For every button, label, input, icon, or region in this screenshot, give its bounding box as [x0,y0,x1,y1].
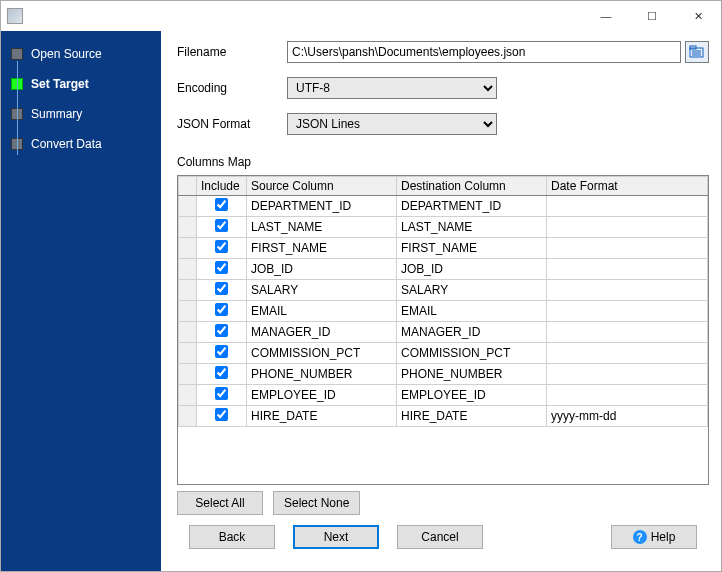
col-header-include[interactable]: Include [197,177,247,196]
cell-date-format[interactable]: yyyy-mm-dd [547,406,708,427]
row-header[interactable] [179,406,197,427]
row-header[interactable] [179,364,197,385]
col-header-destination[interactable]: Destination Column [397,177,547,196]
row-header[interactable] [179,385,197,406]
row-header[interactable] [179,196,197,217]
table-row[interactable]: HIRE_DATEHIRE_DATEyyyy-mm-dd [179,406,708,427]
cell-source[interactable]: PHONE_NUMBER [247,364,397,385]
table-row[interactable]: DEPARTMENT_IDDEPARTMENT_ID [179,196,708,217]
include-checkbox[interactable] [215,219,228,232]
cell-date-format[interactable] [547,301,708,322]
cell-source[interactable]: MANAGER_ID [247,322,397,343]
cell-source[interactable]: FIRST_NAME [247,238,397,259]
cell-destination[interactable]: FIRST_NAME [397,238,547,259]
select-none-button[interactable]: Select None [273,491,360,515]
sidebar-step-open-source[interactable]: Open Source [1,39,161,69]
cell-date-format[interactable] [547,238,708,259]
sidebar-step-set-target[interactable]: Set Target [1,69,161,99]
row-header[interactable] [179,217,197,238]
include-checkbox[interactable] [215,303,228,316]
row-header[interactable] [179,259,197,280]
cell-source[interactable]: EMPLOYEE_ID [247,385,397,406]
table-row[interactable]: PHONE_NUMBERPHONE_NUMBER [179,364,708,385]
table-row[interactable]: COMMISSION_PCTCOMMISSION_PCT [179,343,708,364]
cell-destination[interactable]: JOB_ID [397,259,547,280]
cell-date-format[interactable] [547,196,708,217]
cell-include[interactable] [197,238,247,259]
cancel-button[interactable]: Cancel [397,525,483,549]
cell-source[interactable]: DEPARTMENT_ID [247,196,397,217]
cell-date-format[interactable] [547,364,708,385]
include-checkbox[interactable] [215,324,228,337]
close-button[interactable]: ✕ [675,1,721,31]
select-all-button[interactable]: Select All [177,491,263,515]
row-header[interactable] [179,322,197,343]
cell-include[interactable] [197,406,247,427]
include-checkbox[interactable] [215,261,228,274]
cell-destination[interactable]: MANAGER_ID [397,322,547,343]
include-checkbox[interactable] [215,198,228,211]
row-header[interactable] [179,238,197,259]
row-header[interactable] [179,280,197,301]
cell-include[interactable] [197,217,247,238]
table-row[interactable]: JOB_IDJOB_ID [179,259,708,280]
help-button[interactable]: ? Help [611,525,697,549]
cell-destination[interactable]: PHONE_NUMBER [397,364,547,385]
next-button[interactable]: Next [293,525,379,549]
maximize-button[interactable]: ☐ [629,1,675,31]
cell-source[interactable]: HIRE_DATE [247,406,397,427]
cell-destination[interactable]: HIRE_DATE [397,406,547,427]
row-header[interactable] [179,343,197,364]
col-header-date-format[interactable]: Date Format [547,177,708,196]
cell-date-format[interactable] [547,385,708,406]
cell-destination[interactable]: DEPARTMENT_ID [397,196,547,217]
columns-map-table[interactable]: Include Source Column Destination Column… [178,176,708,427]
cell-include[interactable] [197,301,247,322]
minimize-button[interactable]: — [583,1,629,31]
filename-input[interactable] [287,41,681,63]
json-format-select[interactable]: JSON Lines [287,113,497,135]
row-header[interactable] [179,301,197,322]
cell-destination[interactable]: SALARY [397,280,547,301]
cell-include[interactable] [197,259,247,280]
table-row[interactable]: LAST_NAMELAST_NAME [179,217,708,238]
cell-source[interactable]: SALARY [247,280,397,301]
cell-source[interactable]: EMAIL [247,301,397,322]
cell-source[interactable]: LAST_NAME [247,217,397,238]
cell-include[interactable] [197,196,247,217]
columns-map-label: Columns Map [177,155,709,169]
col-header-source[interactable]: Source Column [247,177,397,196]
cell-source[interactable]: JOB_ID [247,259,397,280]
cell-include[interactable] [197,280,247,301]
cell-include[interactable] [197,385,247,406]
cell-include[interactable] [197,364,247,385]
back-button[interactable]: Back [189,525,275,549]
include-checkbox[interactable] [215,366,228,379]
cell-include[interactable] [197,322,247,343]
include-checkbox[interactable] [215,282,228,295]
cell-date-format[interactable] [547,280,708,301]
include-checkbox[interactable] [215,387,228,400]
cell-destination[interactable]: EMAIL [397,301,547,322]
table-row[interactable]: FIRST_NAMEFIRST_NAME [179,238,708,259]
browse-button[interactable] [685,41,709,63]
encoding-select[interactable]: UTF-8 [287,77,497,99]
include-checkbox[interactable] [215,345,228,358]
table-row[interactable]: EMAILEMAIL [179,301,708,322]
table-row[interactable]: SALARYSALARY [179,280,708,301]
cell-source[interactable]: COMMISSION_PCT [247,343,397,364]
table-row[interactable]: MANAGER_IDMANAGER_ID [179,322,708,343]
cell-date-format[interactable] [547,259,708,280]
cell-date-format[interactable] [547,217,708,238]
cell-destination[interactable]: LAST_NAME [397,217,547,238]
include-checkbox[interactable] [215,240,228,253]
sidebar-step-summary[interactable]: Summary [1,99,161,129]
cell-destination[interactable]: COMMISSION_PCT [397,343,547,364]
cell-destination[interactable]: EMPLOYEE_ID [397,385,547,406]
cell-include[interactable] [197,343,247,364]
table-row[interactable]: EMPLOYEE_IDEMPLOYEE_ID [179,385,708,406]
sidebar-step-convert-data[interactable]: Convert Data [1,129,161,159]
cell-date-format[interactable] [547,322,708,343]
cell-date-format[interactable] [547,343,708,364]
include-checkbox[interactable] [215,408,228,421]
